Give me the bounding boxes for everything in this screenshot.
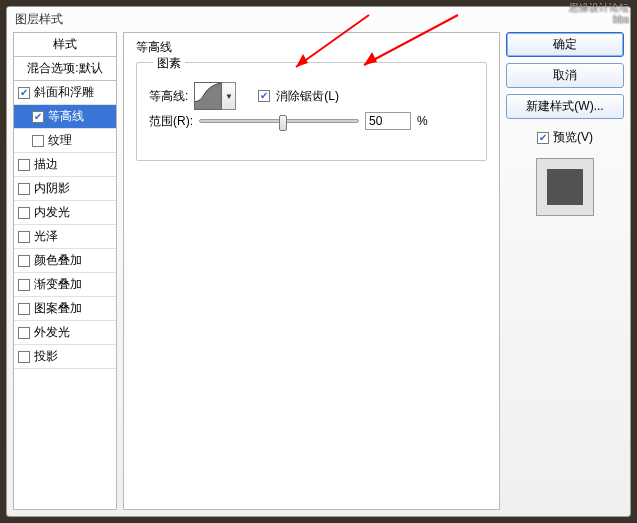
style-label: 内阴影: [34, 180, 70, 197]
style-item-9[interactable]: 图案叠加: [14, 297, 116, 321]
dialog-title: 图层样式: [7, 7, 630, 32]
style-checkbox[interactable]: [18, 159, 30, 171]
contour-label: 等高线:: [149, 88, 188, 105]
style-item-8[interactable]: 渐变叠加: [14, 273, 116, 297]
style-label: 图案叠加: [34, 300, 82, 317]
watermark: 思缘设计论坛 bbs: [569, 2, 629, 26]
range-input[interactable]: [365, 112, 411, 130]
style-item-5[interactable]: 内发光: [14, 201, 116, 225]
blending-options-item[interactable]: 混合选项:默认: [14, 57, 116, 81]
style-label: 光泽: [34, 228, 58, 245]
style-checkbox[interactable]: [18, 255, 30, 267]
style-checkbox[interactable]: [18, 183, 30, 195]
style-checkbox[interactable]: [18, 87, 30, 99]
antialias-label: 消除锯齿(L): [276, 88, 339, 105]
preview-inner: [547, 169, 583, 205]
style-item-1[interactable]: 等高线: [14, 105, 116, 129]
style-item-3[interactable]: 描边: [14, 153, 116, 177]
style-item-4[interactable]: 内阴影: [14, 177, 116, 201]
style-label: 等高线: [48, 108, 84, 125]
style-label: 描边: [34, 156, 58, 173]
style-label: 渐变叠加: [34, 276, 82, 293]
fieldset-legend: 图素: [153, 55, 185, 72]
style-item-7[interactable]: 颜色叠加: [14, 249, 116, 273]
style-label: 纹理: [48, 132, 72, 149]
style-label: 外发光: [34, 324, 70, 341]
style-label: 颜色叠加: [34, 252, 82, 269]
right-panel: 确定 取消 新建样式(W)... 预览(V): [506, 32, 624, 510]
style-checkbox[interactable]: [18, 327, 30, 339]
style-label: 投影: [34, 348, 58, 365]
content-panel: 等高线 图素 等高线: ▼: [123, 32, 500, 510]
style-label: 斜面和浮雕: [34, 84, 94, 101]
range-slider[interactable]: [199, 119, 359, 123]
preview-label: 预览(V): [553, 129, 593, 146]
ok-button[interactable]: 确定: [506, 32, 624, 57]
new-style-button[interactable]: 新建样式(W)...: [506, 94, 624, 119]
style-checkbox[interactable]: [18, 279, 30, 291]
styles-panel: 样式 混合选项:默认 斜面和浮雕等高线纹理描边内阴影内发光光泽颜色叠加渐变叠加图…: [13, 32, 117, 510]
style-checkbox[interactable]: [32, 135, 44, 147]
cancel-button[interactable]: 取消: [506, 63, 624, 88]
style-checkbox[interactable]: [18, 351, 30, 363]
contour-curve-icon: [195, 83, 221, 109]
style-item-2[interactable]: 纹理: [14, 129, 116, 153]
preview-swatch: [536, 158, 594, 216]
range-label: 范围(R):: [149, 113, 193, 130]
style-checkbox[interactable]: [18, 231, 30, 243]
styles-header[interactable]: 样式: [14, 33, 116, 57]
style-item-6[interactable]: 光泽: [14, 225, 116, 249]
style-item-11[interactable]: 投影: [14, 345, 116, 369]
style-checkbox[interactable]: [32, 111, 44, 123]
section-title: 等高线: [136, 39, 487, 56]
contour-picker[interactable]: [194, 82, 222, 110]
layer-style-dialog: 图层样式 样式 混合选项:默认 斜面和浮雕等高线纹理描边内阴影内发光光泽颜色叠加…: [6, 6, 631, 517]
style-checkbox[interactable]: [18, 207, 30, 219]
contour-dropdown[interactable]: ▼: [222, 82, 236, 110]
chevron-down-icon: ▼: [225, 92, 233, 101]
style-label: 内发光: [34, 204, 70, 221]
style-checkbox[interactable]: [18, 303, 30, 315]
style-item-10[interactable]: 外发光: [14, 321, 116, 345]
antialias-checkbox[interactable]: [258, 90, 270, 102]
range-unit: %: [417, 114, 428, 128]
slider-thumb[interactable]: [279, 115, 287, 131]
preview-checkbox[interactable]: [537, 132, 549, 144]
style-item-0[interactable]: 斜面和浮雕: [14, 81, 116, 105]
